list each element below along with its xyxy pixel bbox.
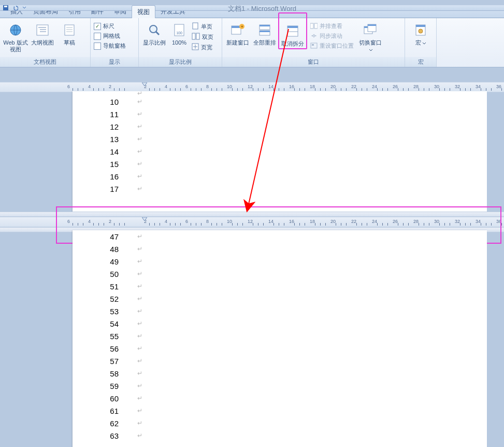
document-line[interactable]: 50↵ bbox=[73, 268, 487, 280]
checkbox-icon bbox=[94, 43, 101, 50]
group-macros: 宏 宏 bbox=[405, 18, 437, 67]
document-pane-top[interactable]: ↵10↵11↵12↵13↵14↵15↵16↵17↵ bbox=[73, 91, 487, 212]
svg-rect-28 bbox=[287, 26, 298, 28]
remove-split-button[interactable]: 取消拆分 bbox=[280, 22, 305, 47]
draft-icon bbox=[61, 22, 78, 38]
document-line[interactable]: 15↵ bbox=[73, 158, 487, 170]
undo-icon[interactable] bbox=[11, 5, 19, 10]
outline-icon bbox=[34, 22, 51, 38]
tab-视图[interactable]: 视图 bbox=[132, 5, 155, 18]
show-checks: ✓标尺网格线导航窗格 bbox=[94, 21, 126, 50]
checkbox-标尺[interactable]: ✓标尺 bbox=[94, 22, 126, 31]
document-line[interactable]: 10↵ bbox=[73, 95, 487, 108]
document-line[interactable]: 59↵ bbox=[73, 380, 487, 392]
document-line[interactable]: 62↵ bbox=[73, 417, 487, 429]
macros-button[interactable]: 宏 bbox=[408, 21, 433, 46]
paragraph-mark-icon: ↵ bbox=[137, 283, 142, 290]
paragraph-mark-icon: ↵ bbox=[137, 270, 142, 277]
document-line[interactable]: 60↵ bbox=[73, 392, 487, 404]
paragraph-mark-icon: ↵ bbox=[137, 135, 142, 143]
document-line[interactable]: 13↵ bbox=[73, 133, 487, 145]
document-line[interactable]: 49↵ bbox=[73, 255, 487, 268]
new-window-button[interactable]: ✦ 新建窗口 bbox=[225, 21, 250, 46]
zoom-button[interactable]: 显示比例 bbox=[142, 21, 167, 46]
svg-text:100: 100 bbox=[176, 31, 182, 35]
draft-view-button[interactable]: 草稿 bbox=[57, 21, 82, 46]
document-line[interactable]: 11↵ bbox=[73, 108, 487, 120]
horizontal-ruler-top[interactable]: 64224681012141618202224262830323436 bbox=[0, 82, 504, 92]
group-document-views: Web 版式视图 大纲视图 草稿 文档视图 bbox=[0, 18, 91, 67]
document-pane-bottom[interactable]: 47↵48↵49↵50↵51↵52↵53↵54↵55↵56↵57↵58↵59↵6… bbox=[73, 230, 487, 447]
checkbox-icon: ✓ bbox=[94, 23, 101, 30]
document-line[interactable]: 57↵ bbox=[73, 355, 487, 367]
svg-rect-24 bbox=[260, 25, 270, 26]
switch-windows-button[interactable]: 切换窗口 bbox=[358, 21, 383, 53]
document-line[interactable]: 61↵ bbox=[73, 404, 487, 417]
first-line-indent-marker[interactable] bbox=[142, 82, 147, 87]
paragraph-mark-icon: ↵ bbox=[137, 258, 142, 265]
document-line[interactable]: 12↵ bbox=[73, 120, 487, 133]
document-line[interactable]: 48↵ bbox=[73, 243, 487, 255]
group-label-document-views: 文档视图 bbox=[0, 57, 90, 67]
group-label-macros: 宏 bbox=[405, 57, 436, 67]
window-option-icon bbox=[310, 23, 318, 30]
paragraph-mark-icon: ↵ bbox=[137, 432, 142, 439]
macros-icon bbox=[412, 22, 429, 38]
document-line[interactable]: 58↵ bbox=[73, 367, 487, 380]
document-line[interactable]: 51↵ bbox=[73, 280, 487, 292]
document-line[interactable]: 55↵ bbox=[73, 330, 487, 342]
checkbox-导航窗格[interactable]: 导航窗格 bbox=[94, 41, 126, 50]
window-option-icon bbox=[310, 43, 318, 50]
group-label-window: 窗口 bbox=[222, 57, 405, 67]
zoom-页宽[interactable]: 页宽 bbox=[192, 43, 213, 52]
paragraph-mark-icon: ↵ bbox=[137, 320, 142, 327]
svg-rect-31 bbox=[314, 23, 318, 29]
dropdown-icon[interactable] bbox=[21, 5, 28, 10]
paragraph-mark-icon: ↵ bbox=[137, 345, 142, 352]
paragraph-mark-icon: ↵ bbox=[137, 173, 142, 180]
checkbox-网格线[interactable]: 网格线 bbox=[94, 32, 126, 40]
web-layout-button[interactable]: Web 版式视图 bbox=[3, 21, 28, 53]
checkbox-icon bbox=[94, 33, 101, 40]
document-line[interactable]: 14↵ bbox=[73, 145, 487, 158]
document-area: ↵10↵11↵12↵13↵14↵15↵16↵17↵ 64224681012141… bbox=[0, 91, 504, 447]
outline-view-button[interactable]: 大纲视图 bbox=[30, 21, 55, 46]
document-line[interactable]: 17↵ bbox=[73, 183, 487, 195]
zoom-单页[interactable]: 单页 bbox=[192, 22, 213, 31]
arrange-all-button[interactable]: 全部重排 bbox=[252, 21, 277, 46]
svg-line-12 bbox=[156, 32, 159, 35]
paragraph-mark-icon: ↵ bbox=[137, 98, 142, 105]
globe-icon bbox=[7, 22, 24, 38]
group-show: ✓标尺网格线导航窗格 显示 bbox=[91, 18, 139, 67]
document-line[interactable]: 47↵ bbox=[73, 230, 487, 243]
document-line[interactable]: 53↵ bbox=[73, 305, 487, 317]
zoom-page-options: 单页双页页宽 bbox=[192, 21, 213, 52]
svg-text:✦: ✦ bbox=[240, 24, 244, 29]
remove-split-highlight: 取消拆分 bbox=[278, 12, 307, 49]
document-line[interactable]: 52↵ bbox=[73, 292, 487, 305]
paragraph-mark-icon: ↵ bbox=[137, 420, 142, 427]
zoom-双页[interactable]: 双页 bbox=[192, 32, 213, 41]
new-window-icon: ✦ bbox=[229, 22, 246, 38]
page-100-icon: 100 bbox=[171, 22, 188, 38]
magnifier-icon bbox=[146, 22, 163, 38]
document-line[interactable]: 63↵ bbox=[73, 429, 487, 442]
paragraph-mark-icon: ↵ bbox=[137, 382, 142, 389]
window-compare-options: 并排查看同步滚动重设窗口位置 bbox=[310, 21, 354, 50]
group-label-zoom: 显示比例 bbox=[139, 57, 222, 67]
zoom-100-button[interactable]: 100 100% bbox=[169, 21, 190, 46]
document-line[interactable]: 54↵ bbox=[73, 317, 487, 330]
group-zoom: 显示比例 100 100% 单页双页页宽 显示比例 bbox=[139, 18, 222, 67]
remove-split-icon bbox=[284, 23, 301, 39]
document-line[interactable]: 16↵ bbox=[73, 170, 487, 183]
paragraph-mark-icon: ↵ bbox=[137, 245, 142, 253]
svg-rect-26 bbox=[260, 31, 270, 32]
page-icon bbox=[192, 33, 200, 41]
document-line[interactable]: 56↵ bbox=[73, 342, 487, 355]
save-icon[interactable] bbox=[2, 5, 9, 10]
paragraph-mark-icon: ↵ bbox=[137, 148, 142, 155]
page-icon bbox=[192, 22, 199, 31]
svg-rect-16 bbox=[192, 33, 195, 39]
window-title: 文档1 - Microsoft Word bbox=[228, 4, 296, 13]
page-icon bbox=[192, 43, 199, 51]
